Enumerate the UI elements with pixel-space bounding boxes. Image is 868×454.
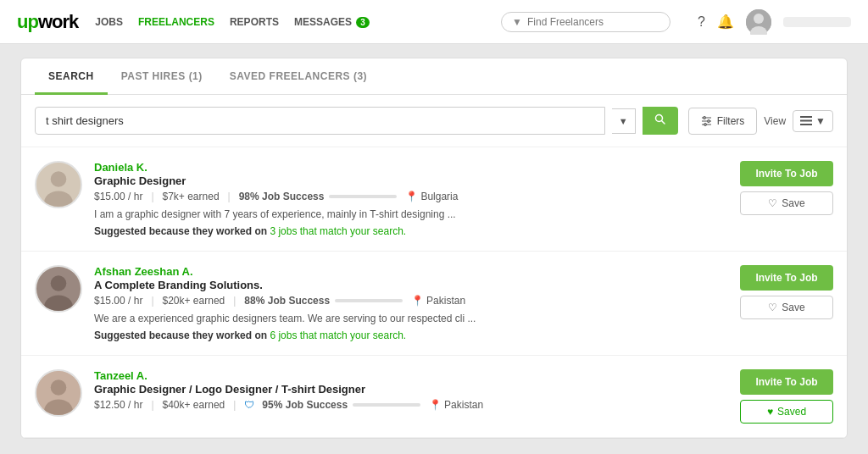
location: 📍 Pakistan bbox=[429, 399, 483, 411]
svg-rect-12 bbox=[800, 120, 812, 122]
list-item: Daniela K. Graphic Designer $15.00 / hr … bbox=[21, 147, 847, 252]
invite-to-job-button[interactable]: Invite To Job bbox=[740, 369, 833, 395]
invite-to-job-button[interactable]: Invite To Job bbox=[740, 265, 833, 291]
search-icon: ▼ bbox=[512, 16, 522, 28]
search-input[interactable] bbox=[35, 107, 605, 135]
tab-search[interactable]: SEARCH bbox=[35, 58, 108, 95]
job-success: 88% Job Success bbox=[244, 295, 403, 307]
save-button[interactable]: ♡ Save bbox=[740, 191, 833, 215]
freelancer-name[interactable]: Daniela K. bbox=[94, 161, 728, 174]
freelancer-name[interactable]: Tanzeel A. bbox=[94, 369, 728, 382]
view-toggle-button[interactable]: ▼ bbox=[793, 110, 833, 132]
svg-rect-13 bbox=[800, 124, 812, 125]
search-card: SEARCH PAST HIRES (1) SAVED FREELANCERS … bbox=[20, 58, 848, 439]
logo-up: up bbox=[17, 11, 38, 32]
freelancer-actions: Invite To Job ♡ Save bbox=[740, 161, 833, 237]
suggested-text: Suggested because they worked on bbox=[94, 225, 270, 237]
job-success-text: 98% Job Success bbox=[239, 191, 325, 202]
messages-badge: 3 bbox=[356, 17, 370, 28]
suggested-text: Suggested because they worked on bbox=[94, 329, 270, 341]
username-display bbox=[783, 17, 851, 27]
freelancer-details: Tanzeel A. Graphic Designer / Logo Desig… bbox=[94, 369, 728, 424]
svg-point-15 bbox=[51, 171, 67, 187]
nav-messages[interactable]: MESSAGES 3 bbox=[294, 16, 370, 28]
notification-icon[interactable]: 🔔 bbox=[717, 14, 734, 30]
search-dropdown-button[interactable]: ▼ bbox=[612, 108, 636, 134]
hourly-rate: $15.00 / hr bbox=[94, 295, 142, 307]
logo[interactable]: upwork bbox=[17, 11, 78, 33]
logo-work: work bbox=[38, 11, 78, 32]
freelancer-stats: $15.00 / hr | $7k+ earned | 98% Job Succ… bbox=[94, 191, 728, 202]
nav-jobs[interactable]: JOBS bbox=[95, 16, 123, 28]
save-button[interactable]: ♡ Save bbox=[740, 296, 833, 319]
location-pin-icon: 📍 bbox=[405, 191, 418, 202]
location: 📍 Bulgaria bbox=[405, 191, 458, 202]
nav-links: JOBS FREELANCERS REPORTS MESSAGES 3 bbox=[95, 16, 370, 28]
view-text: View bbox=[764, 115, 786, 127]
save-button[interactable]: ♥ Saved bbox=[740, 400, 833, 424]
job-success: 🛡 95% Job Success bbox=[244, 399, 420, 411]
freelancer-details: Afshan Zeeshan A. A Complete Branding So… bbox=[94, 265, 728, 341]
location-text: Bulgaria bbox=[420, 191, 458, 202]
earned: $20k+ earned bbox=[163, 295, 225, 307]
nav-reports[interactable]: REPORTS bbox=[230, 16, 279, 28]
tab-past-hires[interactable]: PAST HIRES (1) bbox=[108, 58, 216, 95]
nav-search-box: ▼ bbox=[501, 12, 670, 32]
navbar: upwork JOBS FREELANCERS REPORTS MESSAGES… bbox=[0, 0, 868, 44]
freelancer-list: Daniela K. Graphic Designer $15.00 / hr … bbox=[21, 147, 847, 438]
hourly-rate: $15.00 / hr bbox=[94, 191, 142, 202]
svg-point-10 bbox=[704, 124, 706, 126]
svg-point-9 bbox=[707, 120, 709, 123]
freelancer-actions: Invite To Job ♥ Saved bbox=[740, 369, 833, 424]
help-icon[interactable]: ? bbox=[698, 14, 705, 30]
save-label: Save bbox=[782, 302, 804, 313]
freelancer-details: Daniela K. Graphic Designer $15.00 / hr … bbox=[94, 161, 728, 237]
suggested-link[interactable]: 3 jobs that match your search. bbox=[270, 225, 406, 237]
avatar bbox=[35, 265, 82, 313]
tab-saved-freelancers[interactable]: SAVED FREELANCERS (3) bbox=[216, 58, 381, 95]
freelancer-title: Graphic Designer bbox=[94, 174, 728, 187]
suggested-link[interactable]: 6 jobs that match your search. bbox=[270, 329, 406, 341]
filters-button[interactable]: Filters bbox=[688, 108, 758, 135]
heart-icon: ♡ bbox=[768, 197, 777, 209]
user-avatar[interactable] bbox=[746, 9, 771, 35]
list-item: Afshan Zeeshan A. A Complete Branding So… bbox=[21, 252, 847, 356]
job-success: 98% Job Success bbox=[239, 191, 398, 202]
main-content: SEARCH PAST HIRES (1) SAVED FREELANCERS … bbox=[0, 44, 868, 452]
list-item: Tanzeel A. Graphic Designer / Logo Desig… bbox=[21, 356, 847, 438]
freelancer-name[interactable]: Afshan Zeeshan A. bbox=[94, 265, 728, 278]
location-text: Pakistan bbox=[444, 399, 483, 411]
view-controls: View ▼ bbox=[764, 110, 833, 132]
svg-rect-11 bbox=[800, 116, 812, 118]
svg-point-1 bbox=[754, 14, 764, 24]
location-pin-icon: 📍 bbox=[429, 399, 442, 411]
avatar bbox=[35, 369, 82, 417]
nav-search-input[interactable] bbox=[527, 16, 646, 28]
progress-bar bbox=[329, 195, 397, 198]
freelancer-stats: $12.50 / hr | $40k+ earned | 🛡 95% Job S… bbox=[94, 399, 728, 411]
save-label: Saved bbox=[777, 406, 806, 418]
svg-line-4 bbox=[661, 121, 665, 125]
earned: $40k+ earned bbox=[163, 399, 225, 411]
search-bar: ▼ Filters View ▼ bbox=[21, 95, 847, 147]
nav-freelancers[interactable]: FREELANCERS bbox=[138, 16, 214, 28]
job-success-text: 95% Job Success bbox=[262, 399, 348, 411]
earned: $7k+ earned bbox=[163, 191, 220, 202]
freelancer-title: A Complete Branding Solutions. bbox=[94, 279, 728, 291]
shield-icon: 🛡 bbox=[244, 399, 254, 411]
invite-to-job-button[interactable]: Invite To Job bbox=[740, 161, 833, 186]
location-pin-icon: 📍 bbox=[411, 295, 424, 307]
heart-filled-icon: ♥ bbox=[767, 406, 773, 418]
hourly-rate: $12.50 / hr bbox=[94, 399, 142, 411]
avatar bbox=[35, 161, 82, 208]
search-go-button[interactable] bbox=[643, 107, 678, 135]
progress-bar bbox=[353, 403, 420, 407]
freelancer-title: Graphic Designer / Logo Designer / T-shi… bbox=[94, 383, 728, 396]
freelancer-bio: We are a experienced graphic designers t… bbox=[94, 312, 728, 326]
svg-point-8 bbox=[703, 117, 705, 119]
suggested-note: Suggested because they worked on 6 jobs … bbox=[94, 329, 728, 341]
chevron-down-icon: ▼ bbox=[815, 115, 826, 127]
freelancer-bio: I am a graphic designer with 7 years of … bbox=[94, 208, 728, 222]
job-success-text: 88% Job Success bbox=[244, 295, 330, 307]
tab-bar: SEARCH PAST HIRES (1) SAVED FREELANCERS … bbox=[21, 58, 847, 95]
